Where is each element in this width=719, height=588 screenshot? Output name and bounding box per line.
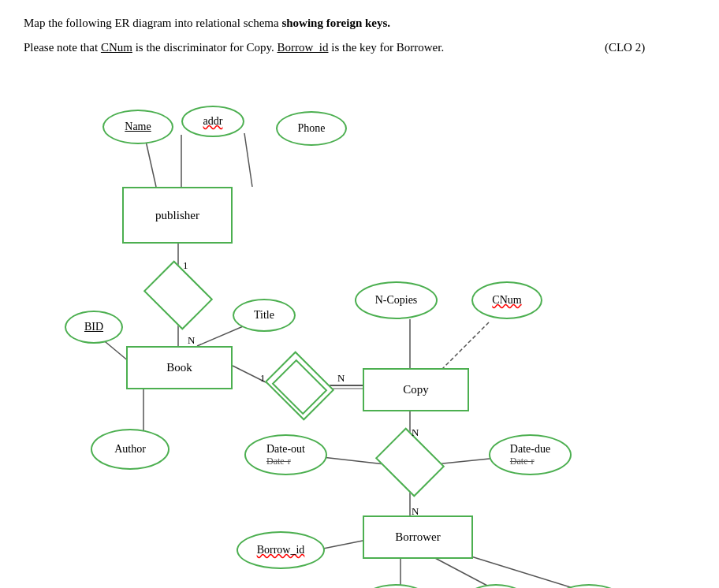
pub-name-label: Name (125, 121, 151, 133)
borrow-id-attr: Borrow_id (237, 531, 325, 569)
borrow-id-label: Borrow_id (257, 544, 305, 556)
clo-text: (CLO 2) (605, 41, 645, 54)
borrows-diamond (375, 427, 445, 497)
author-label: Author (114, 443, 146, 456)
n-copies-attr: N-Copies (355, 281, 438, 319)
publishes-relationship (151, 274, 206, 317)
title-attr: Title (233, 299, 296, 332)
publishes-diamond (143, 260, 213, 329)
has-copy-diamond (272, 364, 327, 408)
pub-cardinality-n: N (188, 334, 195, 347)
svg-line-2 (244, 133, 252, 187)
pub-name-attr: Name (102, 110, 173, 144)
publisher-label: publisher (155, 209, 199, 222)
copy-card-1: 1 (260, 372, 266, 385)
n-copies-label: N-Copies (375, 294, 418, 307)
borrower-entity: Borrower (363, 515, 473, 559)
has-copy-relationship (272, 364, 327, 408)
publisher-entity: publisher (122, 187, 233, 244)
borrows-relationship (382, 439, 438, 485)
bor-name-attr: Name (361, 584, 430, 588)
date-out-attr: Date-out Date-r (244, 434, 327, 475)
pub-addr-attr: addr (181, 106, 244, 137)
author-attr: Author (91, 429, 170, 470)
title-label: Title (254, 309, 274, 322)
copy-label: Copy (403, 383, 429, 396)
svg-line-12 (441, 322, 489, 370)
note-mid: is the discriminator for Copy. (132, 41, 278, 54)
intro-text-start: Map the following ER diagram into relati… (24, 17, 281, 29)
bor-phone-attr: Phone (553, 584, 624, 588)
bor-addr-attr: addr (464, 584, 528, 588)
book-entity: Book (126, 346, 233, 389)
borrowid-underlined: Borrow_id (278, 41, 329, 54)
copy-card-n: N (337, 372, 345, 385)
note-paragraph: Please note that CNum is the discriminat… (24, 39, 695, 57)
bid-attr: BID (65, 311, 123, 344)
pub-addr-label: addr (203, 115, 223, 128)
svg-line-19 (434, 557, 489, 586)
pub-cardinality-1: 1 (183, 259, 188, 272)
date-out-label: Date-out (266, 443, 305, 456)
cnum-underlined: CNum (101, 41, 132, 54)
date-due-attr: Date-due Date-r (489, 434, 572, 475)
er-diagram: publisher Name addr Phone 1 N Book BID T… (24, 70, 702, 527)
note-start: Please note that (24, 41, 101, 54)
cnum-attr: CNum (471, 281, 542, 319)
date-due-label: Date-due (510, 443, 550, 456)
intro-paragraph: Map the following ER diagram into relati… (24, 14, 695, 32)
pub-phone-label: Phone (298, 122, 326, 135)
bid-label: BID (84, 321, 103, 333)
cnum-label: CNum (492, 294, 521, 307)
note-end: is the key for Borrower. (329, 41, 445, 54)
pub-phone-attr: Phone (276, 111, 347, 146)
borrower-label: Borrower (395, 530, 440, 544)
copy-entity: Copy (363, 368, 469, 411)
intro-bold: showing foreign keys. (281, 17, 390, 29)
borrow-card-n1: N (412, 426, 419, 439)
svg-line-0 (146, 141, 156, 187)
book-label: Book (166, 361, 192, 374)
